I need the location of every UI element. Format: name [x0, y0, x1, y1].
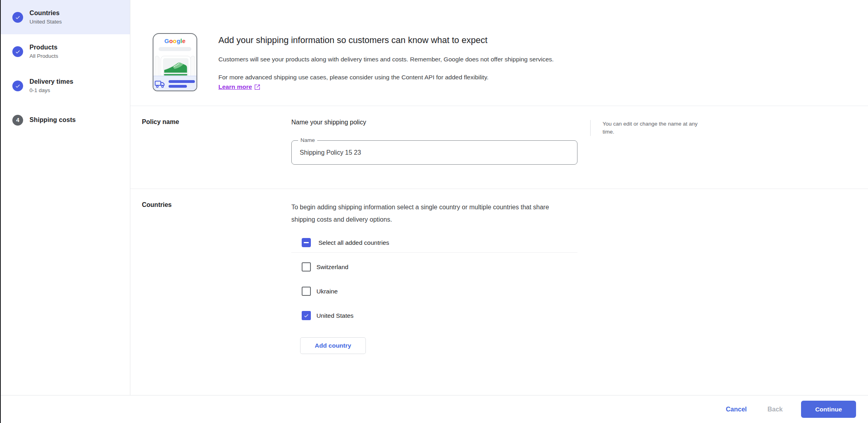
content-area: Google [130, 0, 868, 395]
header-description: Customers will see your products along w… [218, 55, 554, 63]
shipping-setup-wizard: Countries United States Products All Pro… [0, 0, 868, 423]
search-bar-placeholder [159, 47, 191, 51]
policy-name-section: Policy name Name your shipping policy Na… [130, 106, 868, 189]
policy-side-note: You can edit or change the name at any t… [590, 120, 710, 136]
step-subtitle: United States [29, 18, 62, 26]
countries-intro: To begin adding shipping information sel… [291, 201, 556, 226]
banner-text-bar [169, 85, 187, 88]
step-number-icon: 4 [12, 115, 23, 126]
step-title: Countries [29, 9, 62, 17]
checkbox-unchecked[interactable] [302, 262, 311, 272]
step-completed-check-icon [12, 46, 23, 57]
step-subtitle: 0-1 days [29, 87, 73, 94]
cancel-button[interactable]: Cancel [718, 402, 754, 417]
step-title: Delivery times [29, 78, 73, 86]
shipping-banner [153, 76, 197, 91]
policy-name-field: Name [291, 140, 577, 165]
wizard-footer: Cancel Back Continue [0, 395, 868, 423]
countries-section: Countries To begin adding shipping infor… [130, 189, 868, 367]
checkbox-label: Ukraine [316, 288, 338, 295]
step-subtitle: All Products [29, 53, 58, 60]
checkbox-label: United States [316, 312, 353, 319]
back-button[interactable]: Back [760, 402, 791, 417]
step-completed-check-icon [12, 12, 23, 23]
select-all-checkbox-indeterminate[interactable] [302, 238, 311, 247]
step-completed-check-icon [12, 81, 23, 91]
policy-heading: Name your shipping policy [291, 118, 577, 127]
shipping-illustration: Google [150, 32, 200, 92]
checkbox-unchecked[interactable] [302, 287, 311, 296]
sidebar-step-shipping-costs[interactable]: 4 Shipping costs [0, 103, 130, 137]
select-all-countries-row[interactable]: Select all added countries [291, 238, 577, 247]
country-row-united-states[interactable]: United States [291, 311, 577, 320]
step-title: Shipping costs [29, 116, 76, 124]
add-country-button[interactable]: Add country [300, 337, 366, 354]
sidebar-step-products[interactable]: Products All Products [0, 34, 130, 69]
page-title: Add your shipping information so custome… [218, 35, 554, 46]
phone-mockup: Google [153, 33, 197, 91]
country-row-switzerland[interactable]: Switzerland [291, 262, 577, 272]
main-layout: Countries United States Products All Pro… [0, 0, 868, 395]
policy-name-input[interactable] [292, 141, 577, 164]
checkbox-label: Select all added countries [318, 239, 389, 246]
section-label: Countries [142, 189, 291, 209]
intro-header: Google [130, 0, 868, 92]
country-row-ukraine[interactable]: Ukraine [291, 287, 577, 296]
continue-button[interactable]: Continue [801, 401, 856, 418]
step-title: Products [29, 43, 58, 51]
learn-more-link[interactable]: Learn more [218, 83, 260, 91]
sidebar-step-countries[interactable]: Countries United States [0, 0, 130, 34]
banner-text-bar [169, 80, 195, 83]
truck-icon [155, 80, 165, 88]
header-api-note: For more advanced shipping use cases, pl… [218, 73, 554, 81]
checkbox-checked[interactable] [302, 311, 311, 320]
wizard-steps-sidebar: Countries United States Products All Pro… [0, 0, 130, 395]
checkbox-label: Switzerland [316, 264, 348, 271]
check-icon [303, 313, 309, 319]
external-link-icon [254, 84, 260, 90]
sidebar-step-delivery-times[interactable]: Delivery times 0-1 days [0, 69, 130, 103]
field-floating-label: Name [298, 137, 317, 143]
google-logo: Google [153, 37, 196, 44]
section-label: Policy name [142, 106, 291, 126]
list-divider [291, 252, 577, 253]
